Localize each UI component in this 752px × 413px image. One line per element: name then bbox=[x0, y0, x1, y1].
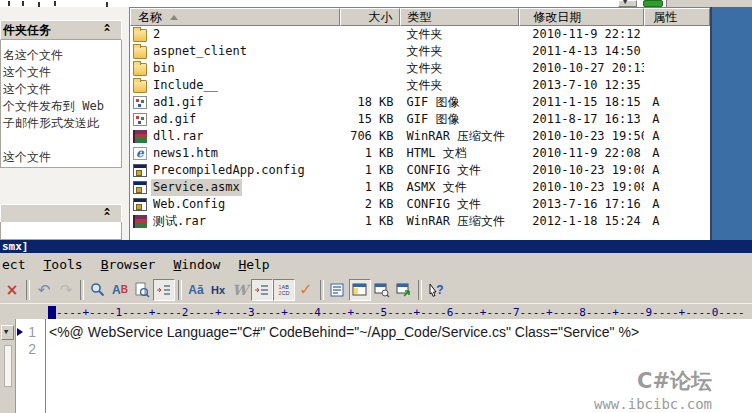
goto-line-icon[interactable] bbox=[153, 279, 175, 301]
redo-icon[interactable]: ↷ bbox=[55, 279, 77, 301]
code-line[interactable]: <%@ WebService Language="C#" CodeBehind=… bbox=[47, 324, 752, 341]
file-panel-icon[interactable] bbox=[349, 279, 371, 301]
folder-task-link[interactable]: 这个文件 bbox=[1, 149, 121, 166]
file-explorer: 件夹任务 名这个文件这个文件这个文件个文件发布到 Web子邮件形式发送此这个文件… bbox=[0, 7, 752, 240]
editor-titlebar[interactable]: smx] bbox=[0, 240, 752, 253]
folder-tasks-header[interactable]: 件夹任务 bbox=[0, 20, 122, 40]
file-type: HTML 文档 bbox=[400, 145, 520, 162]
ruler-scale: ----+----1----+----2----+----3----+----4… bbox=[56, 307, 745, 319]
file-attr: A bbox=[644, 94, 710, 111]
file-date: 2010-10-23 19:08 bbox=[519, 162, 644, 179]
cliptext-icon[interactable] bbox=[327, 279, 349, 301]
line-number-gutter: 12 bbox=[16, 319, 46, 413]
menu-tools[interactable]: Tools bbox=[34, 257, 91, 272]
line-number: 2 bbox=[16, 341, 45, 358]
file-row[interactable]: ad1.gif 18 KB GIF 图像 2011-1-15 18:15 A bbox=[130, 94, 710, 111]
column-header-date[interactable]: 修改日期 bbox=[519, 8, 644, 26]
file-name[interactable]: bin bbox=[151, 60, 177, 77]
file-size: 1 KB bbox=[340, 213, 400, 230]
search-icon[interactable] bbox=[87, 279, 109, 301]
file-size: 1 KB bbox=[340, 145, 400, 162]
find-in-files-icon[interactable] bbox=[131, 279, 153, 301]
file-size: 1 KB bbox=[340, 179, 400, 196]
toolbar-edge bbox=[666, 0, 752, 7]
folder-icon bbox=[133, 80, 147, 93]
file-size bbox=[340, 77, 400, 94]
edit-area[interactable]: 12 <%@ WebService Language="C#" CodeBehi… bbox=[0, 319, 752, 413]
second-panel-body bbox=[0, 222, 122, 240]
current-line-marker-icon bbox=[17, 328, 23, 336]
delete-icon[interactable]: × bbox=[1, 279, 23, 301]
line-numbers-icon[interactable]: 1AB2CD bbox=[273, 279, 295, 301]
file-row[interactable]: PrecompiledApp.config 1 KB CONFIG 文件 201… bbox=[130, 162, 710, 179]
column-header-type[interactable]: 类型 bbox=[400, 8, 520, 26]
go-button[interactable] bbox=[643, 0, 663, 7]
case-icon[interactable]: Aā bbox=[185, 279, 207, 301]
menu-browser[interactable]: Browser bbox=[92, 257, 165, 272]
menu-ect[interactable]: ect bbox=[0, 257, 34, 272]
file-date: 2010-10-23 19:50 bbox=[519, 128, 644, 145]
file-row[interactable]: 2 文件夹 2010-11-9 22:12 bbox=[130, 26, 710, 43]
column-header-attr[interactable]: 属性 bbox=[644, 8, 710, 26]
file-row[interactable]: dll.rar 706 KB WinRAR 压缩文件 2010-10-23 19… bbox=[130, 128, 710, 145]
spell-check-icon[interactable]: ✓ bbox=[295, 279, 317, 301]
file-name[interactable]: ad.gif bbox=[151, 111, 198, 128]
file-name[interactable]: PrecompiledApp.config bbox=[151, 162, 307, 179]
context-help-icon[interactable]: ? bbox=[425, 279, 447, 301]
file-type: 文件夹 bbox=[400, 43, 520, 60]
word-wrap-icon[interactable]: W bbox=[229, 279, 251, 301]
file-row[interactable]: aspnet_client 文件夹 2011-4-13 14:50 bbox=[130, 43, 710, 60]
file-name[interactable]: aspnet_client bbox=[151, 43, 249, 60]
file-name[interactable]: Service.asmx bbox=[151, 179, 242, 196]
panel-dropdown-button[interactable] bbox=[1, 325, 14, 340]
menu-help[interactable]: Help bbox=[229, 257, 278, 272]
column-header-size[interactable]: 大小 bbox=[340, 8, 400, 26]
toolbar-separator bbox=[418, 280, 422, 300]
file-type: CONFIG 文件 bbox=[400, 162, 520, 179]
file-name[interactable]: dll.rar bbox=[151, 128, 206, 145]
folder-task-link[interactable]: 子邮件形式发送此 bbox=[1, 115, 121, 132]
file-row[interactable]: Web.Config 2 KB CONFIG 文件 2013-7-16 17:1… bbox=[130, 196, 710, 213]
second-panel-header[interactable] bbox=[0, 204, 122, 224]
column-header-name[interactable]: 名称 bbox=[130, 8, 340, 26]
file-name[interactable]: 2 bbox=[151, 26, 162, 43]
replace-icon[interactable]: AB bbox=[109, 279, 131, 301]
collapse-chevron-icon[interactable] bbox=[103, 24, 115, 37]
file-type: WinRAR 压缩文件 bbox=[400, 213, 520, 230]
undo-icon[interactable]: ↶ bbox=[33, 279, 55, 301]
file-row[interactable]: news1.htm 1 KB HTML 文档 2010-11-9 22:08 A bbox=[130, 145, 710, 162]
file-size: 706 KB bbox=[340, 128, 400, 145]
view-in-window-icon[interactable] bbox=[371, 279, 393, 301]
address-dropdown-button[interactable] bbox=[618, 0, 637, 7]
file-name[interactable]: Web.Config bbox=[151, 196, 227, 213]
file-row[interactable]: bin 文件夹 2010-10-27 20:13 bbox=[130, 60, 710, 77]
toolbar-separator bbox=[26, 280, 30, 300]
file-size: 1 KB bbox=[340, 162, 400, 179]
code-line[interactable] bbox=[47, 341, 752, 358]
code-editor: smx] ectToolsBrowserWindowHelp × ↶ ↷ AB … bbox=[0, 240, 752, 413]
file-attr: A bbox=[644, 162, 710, 179]
file-date: 2013-7-16 17:16 bbox=[519, 196, 644, 213]
collapse-chevron-icon[interactable] bbox=[103, 208, 115, 221]
folder-task-link[interactable]: 名这个文件 bbox=[1, 47, 121, 64]
file-row[interactable]: Include__ 文件夹 2013-7-10 12:35 bbox=[130, 77, 710, 94]
show-marks-icon[interactable] bbox=[251, 279, 273, 301]
file-name[interactable]: news1.htm bbox=[151, 145, 220, 162]
file-type: ASMX 文件 bbox=[400, 179, 520, 196]
file-name[interactable]: ad1.gif bbox=[151, 94, 206, 111]
file-row[interactable]: 测试.rar 1 KB WinRAR 压缩文件 2012-1-18 15:24 … bbox=[130, 213, 710, 230]
folder-task-link[interactable]: 这个文件 bbox=[1, 81, 121, 98]
file-row[interactable]: ad.gif 15 KB GIF 图像 2011-8-17 16:13 A bbox=[130, 111, 710, 128]
sort-ascending-icon bbox=[170, 15, 178, 20]
folder-task-link[interactable]: 个文件发布到 Web bbox=[1, 98, 121, 115]
file-name[interactable]: 测试.rar bbox=[151, 213, 208, 230]
file-row[interactable]: Service.asmx 1 KB ASMX 文件 2010-10-23 19:… bbox=[130, 179, 710, 196]
menu-window[interactable]: Window bbox=[164, 257, 229, 272]
file-date: 2011-1-15 18:15 bbox=[519, 94, 644, 111]
panel-scroll-track[interactable] bbox=[4, 345, 12, 387]
file-attr: A bbox=[644, 145, 710, 162]
hex-view-icon[interactable]: Hx bbox=[207, 279, 229, 301]
browser-preview-icon[interactable] bbox=[393, 279, 415, 301]
folder-task-link[interactable]: 这个文件 bbox=[1, 64, 121, 81]
file-name[interactable]: Include__ bbox=[151, 77, 220, 94]
